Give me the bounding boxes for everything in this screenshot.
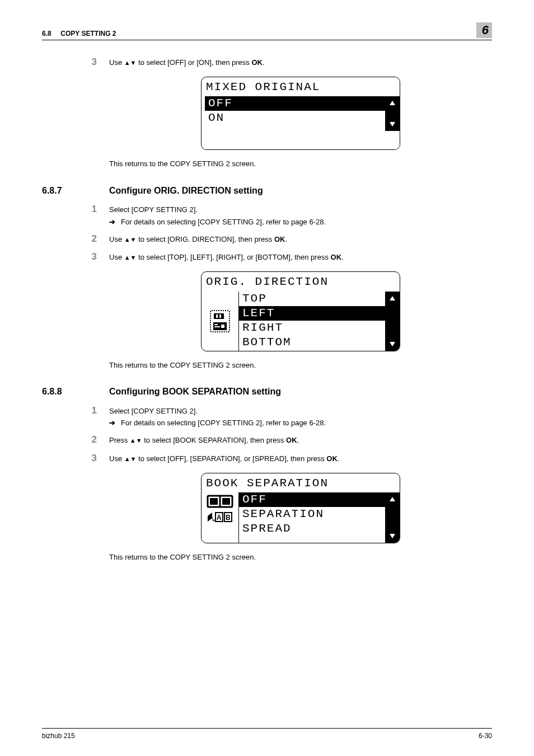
scroll-track xyxy=(385,305,400,337)
lcd-scrollbar xyxy=(385,96,400,149)
step-number: 3 xyxy=(88,56,97,69)
page-header: 6.8 COPY SETTING 2 6 xyxy=(42,22,492,40)
svg-rect-3 xyxy=(214,313,224,319)
step-sub: For details on selecting [COPY SETTING 2… xyxy=(109,418,326,428)
header-section: 6.8 COPY SETTING 2 xyxy=(42,29,116,38)
lcd-options: OFF ON xyxy=(202,96,385,149)
lcd-option-bottom[interactable]: BOTTOM xyxy=(239,335,385,350)
step-body: Select [COPY SETTING 2]. For details on … xyxy=(109,205,326,227)
svg-marker-22 xyxy=(390,534,395,538)
chapter-number: 6 xyxy=(482,22,489,39)
section-number: 6.8.8 xyxy=(42,386,78,398)
lcd-body: OFF ON xyxy=(202,96,400,149)
scroll-track-bottom xyxy=(385,131,400,149)
lcd-option-spread[interactable]: SPREAD xyxy=(239,522,385,536)
step-sub-text: For details on selecting [COPY SETTING 2… xyxy=(109,217,326,227)
step-text: Press ▲▼ to select [BOOK SEPARATION], th… xyxy=(109,435,299,445)
svg-rect-14 xyxy=(210,498,218,505)
lcd-option-separation[interactable]: SEPARATION xyxy=(239,507,385,522)
step-number: 2 xyxy=(88,233,97,246)
return-text: This returns to the COPY SETTING 2 scree… xyxy=(109,360,492,370)
step-number: 1 xyxy=(88,405,97,417)
lcd-book-separation: BOOK SEPARATION ↳ A B xyxy=(201,473,400,543)
step-sub: For details on selecting [COPY SETTING 2… xyxy=(109,217,326,227)
step-number: 3 xyxy=(88,452,97,465)
footer-right: 6-30 xyxy=(479,731,492,740)
step-number: 2 xyxy=(88,434,97,447)
svg-text:B: B xyxy=(226,514,232,522)
lcd-option-left[interactable]: LEFT xyxy=(239,306,385,321)
svg-marker-0 xyxy=(390,101,395,105)
body: 3 Use ▲▼ to select [OFF] or [ON], then p… xyxy=(109,56,492,562)
step-body: Select [COPY SETTING 2]. For details on … xyxy=(109,406,326,428)
lcd-option-on[interactable]: ON xyxy=(205,111,385,125)
svg-rect-8 xyxy=(214,326,220,327)
lcd-title: MIXED ORIGINAL xyxy=(202,77,400,96)
up-down-arrows-icon: ▲▼ xyxy=(124,254,137,261)
lcd-orig-direction: ORIG. DIRECTION TOP xyxy=(201,271,400,351)
direction-icon xyxy=(209,309,231,334)
scroll-up-button[interactable] xyxy=(385,292,400,305)
step-row: 2 Use ▲▼ to select [ORIG. DIRECTION], th… xyxy=(88,233,492,246)
svg-rect-9 xyxy=(221,325,224,328)
lcd-options: OFF SEPARATION SPREAD xyxy=(238,492,385,543)
step-row: 2 Press ▲▼ to select [BOOK SEPARATION], … xyxy=(88,434,492,447)
lcd-body: TOP LEFT RIGHT BOTTOM xyxy=(202,292,400,351)
step-row: 1 Select [COPY SETTING 2]. For details o… xyxy=(88,203,492,227)
lcd-option-right[interactable]: RIGHT xyxy=(239,321,385,335)
scroll-down-button[interactable] xyxy=(385,529,400,543)
lcd-option-top[interactable]: TOP xyxy=(239,292,385,306)
svg-marker-11 xyxy=(390,342,395,346)
scroll-down-button[interactable] xyxy=(385,337,400,351)
lcd-option-off[interactable]: OFF xyxy=(205,96,385,111)
step-text: Use ▲▼ to select [OFF], [SEPARATION], or… xyxy=(109,454,339,464)
svg-text:A: A xyxy=(217,514,223,522)
svg-rect-15 xyxy=(222,498,230,505)
footer-left: bizhub 215 xyxy=(42,731,75,740)
scroll-up-button[interactable] xyxy=(385,492,400,506)
up-down-arrows-icon: ▲▼ xyxy=(130,437,142,444)
svg-marker-1 xyxy=(390,122,395,126)
svg-rect-7 xyxy=(214,324,218,325)
step-text: Select [COPY SETTING 2]. xyxy=(109,406,326,416)
step-row: 3 Use ▲▼ to select [OFF], [SEPARATION], … xyxy=(88,452,492,465)
section-687-heading: 6.8.7 Configure ORIG. DIRECTION setting xyxy=(42,185,492,197)
lcd-scrollbar xyxy=(385,292,400,351)
section-title: Configure ORIG. DIRECTION setting xyxy=(109,185,263,197)
up-down-arrows-icon: ▲▼ xyxy=(124,236,137,243)
lcd-title: ORIG. DIRECTION xyxy=(202,272,400,291)
scroll-down-button[interactable] xyxy=(385,118,400,131)
lcd-body: ↳ A B OFF SEPARATION SPREAD xyxy=(202,492,400,543)
step-row: 3 Use ▲▼ to select [TOP], [LEFT], [RIGHT… xyxy=(88,251,492,264)
scroll-up-button[interactable] xyxy=(385,96,400,110)
step-text: Use ▲▼ to select [OFF] or [ON], then pre… xyxy=(109,58,265,68)
up-down-arrows-icon: ▲▼ xyxy=(124,456,137,462)
header-title: COPY SETTING 2 xyxy=(60,30,116,37)
lcd-title: BOOK SEPARATION xyxy=(202,473,400,492)
page-footer: bizhub 215 6-30 xyxy=(42,728,492,740)
step-number: 1 xyxy=(88,203,97,216)
svg-marker-21 xyxy=(390,497,395,501)
section-688-heading: 6.8.8 Configuring BOOK SEPARATION settin… xyxy=(42,386,492,398)
svg-rect-4 xyxy=(216,314,218,318)
step-row: 1 Select [COPY SETTING 2]. For details o… xyxy=(88,405,492,428)
lcd-option-off[interactable]: OFF xyxy=(239,492,385,507)
step-number: 3 xyxy=(88,251,97,264)
chapter-badge: 6 xyxy=(476,22,492,38)
section-number: 6.8.7 xyxy=(42,185,78,197)
scroll-track xyxy=(385,506,400,529)
scroll-track xyxy=(385,110,400,118)
up-down-arrows-icon: ▲▼ xyxy=(124,59,137,66)
lcd-mixed-original: MIXED ORIGINAL OFF ON xyxy=(201,77,400,150)
book-pages-icon: ↳ A B xyxy=(207,511,233,524)
lcd-icon-area: ↳ A B xyxy=(202,492,238,543)
step-row: 3 Use ▲▼ to select [OFF] or [ON], then p… xyxy=(88,56,492,69)
return-text: This returns to the COPY SETTING 2 scree… xyxy=(109,552,492,562)
svg-marker-10 xyxy=(390,296,395,300)
page: 6.8 COPY SETTING 2 6 3 Use ▲▼ to select … xyxy=(0,0,534,756)
book-icon xyxy=(207,494,233,509)
section-title: Configuring BOOK SEPARATION setting xyxy=(109,386,281,398)
lcd-scrollbar xyxy=(385,492,400,543)
step-text: Select [COPY SETTING 2]. xyxy=(109,205,326,215)
step-text: Use ▲▼ to select [TOP], [LEFT], [RIGHT],… xyxy=(109,252,344,262)
